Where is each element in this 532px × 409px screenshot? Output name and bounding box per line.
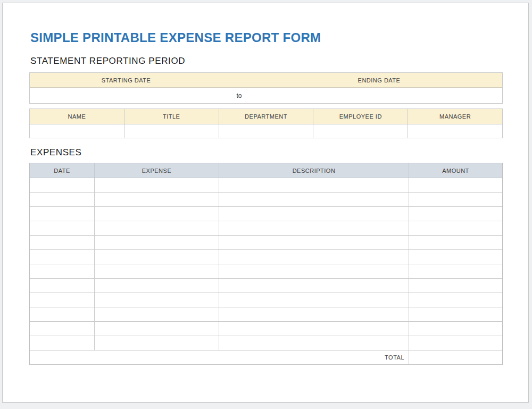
expense-cell-date[interactable] (30, 178, 95, 192)
employee-info-value-row (30, 124, 502, 138)
name-field[interactable] (30, 124, 124, 138)
ending-date-field[interactable] (256, 88, 502, 103)
expense-cell-date[interactable] (30, 336, 95, 350)
expense-cell-description[interactable] (219, 207, 409, 221)
expense-row (30, 221, 502, 236)
column-header-amount: AMOUNT (409, 163, 502, 178)
column-header-description: DESCRIPTION (219, 163, 409, 178)
column-header-manager: MANAGER (408, 109, 502, 124)
column-header-department: DEPARTMENT (219, 109, 314, 124)
expense-cell-amount[interactable] (409, 193, 502, 206)
expense-cell-expense[interactable] (95, 207, 219, 221)
expense-row (30, 293, 502, 307)
expense-row (30, 307, 502, 322)
expenses-total-row: TOTAL (30, 350, 502, 364)
document-canvas: SIMPLE PRINTABLE EXPENSE REPORT FORM STA… (0, 0, 532, 409)
expense-cell-description[interactable] (219, 178, 409, 192)
expense-cell-description[interactable] (219, 307, 409, 321)
expense-cell-expense[interactable] (95, 279, 219, 293)
expense-cell-date[interactable] (30, 293, 95, 307)
title-field[interactable] (124, 124, 219, 138)
expense-cell-description[interactable] (219, 293, 409, 307)
manager-field[interactable] (408, 124, 502, 138)
expense-cell-expense[interactable] (95, 178, 219, 192)
expense-cell-date[interactable] (30, 264, 95, 278)
expense-cell-expense[interactable] (95, 250, 219, 264)
expense-row (30, 207, 502, 221)
reporting-period-table: STARTING DATE ENDING DATE to (29, 72, 503, 104)
expense-cell-description[interactable] (219, 279, 409, 293)
expense-cell-description[interactable] (219, 264, 409, 278)
expense-cell-expense[interactable] (95, 322, 219, 336)
expense-cell-expense[interactable] (95, 221, 219, 235)
expense-row (30, 322, 502, 336)
total-amount-field[interactable] (409, 350, 502, 364)
expense-cell-date[interactable] (30, 279, 95, 293)
expense-cell-date[interactable] (30, 307, 95, 321)
expense-cell-amount[interactable] (409, 307, 502, 321)
expense-row (30, 336, 502, 350)
expense-row (30, 178, 502, 193)
expense-cell-expense[interactable] (95, 293, 219, 307)
section-heading-reporting-period: STATEMENT REPORTING PERIOD (30, 56, 185, 66)
expense-cell-date[interactable] (30, 236, 95, 249)
expenses-header-row: DATE EXPENSE DESCRIPTION AMOUNT (30, 163, 502, 178)
expense-cell-amount[interactable] (409, 207, 502, 221)
to-separator-label: to (222, 88, 256, 103)
expense-cell-expense[interactable] (95, 336, 219, 350)
section-heading-expenses: EXPENSES (30, 147, 81, 158)
document-page: SIMPLE PRINTABLE EXPENSE REPORT FORM STA… (2, 3, 529, 403)
expense-cell-date[interactable] (30, 250, 95, 264)
header-spacer-cell (222, 73, 256, 87)
expense-cell-amount[interactable] (409, 250, 502, 264)
expense-cell-amount[interactable] (409, 236, 502, 249)
total-label: TOTAL (30, 350, 409, 364)
expense-rows (30, 178, 502, 350)
expense-cell-amount[interactable] (409, 264, 502, 278)
column-header-ending-date: ENDING DATE (256, 73, 502, 87)
column-header-starting-date: STARTING DATE (30, 73, 222, 87)
reporting-period-value-row: to (30, 88, 502, 103)
expense-cell-amount[interactable] (409, 322, 502, 336)
expense-cell-description[interactable] (219, 193, 409, 206)
expense-row (30, 193, 502, 207)
expense-cell-date[interactable] (30, 322, 95, 336)
expense-cell-amount[interactable] (409, 221, 502, 235)
expense-cell-description[interactable] (219, 236, 409, 249)
column-header-date: DATE (30, 163, 95, 178)
column-header-title: TITLE (124, 109, 219, 124)
expense-cell-expense[interactable] (95, 264, 219, 278)
expense-cell-expense[interactable] (95, 307, 219, 321)
expense-cell-date[interactable] (30, 221, 95, 235)
expense-cell-description[interactable] (219, 322, 409, 336)
employee-info-table: NAME TITLE DEPARTMENT EMPLOYEE ID MANAGE… (29, 108, 503, 138)
expense-row (30, 236, 502, 250)
column-header-expense: EXPENSE (95, 163, 219, 178)
expense-cell-amount[interactable] (409, 336, 502, 350)
employee-info-header-row: NAME TITLE DEPARTMENT EMPLOYEE ID MANAGE… (30, 109, 502, 124)
expense-cell-description[interactable] (219, 336, 409, 350)
expense-row (30, 264, 502, 279)
department-field[interactable] (219, 124, 314, 138)
column-header-employee-id: EMPLOYEE ID (313, 109, 408, 124)
expense-cell-amount[interactable] (409, 178, 502, 192)
expenses-table: DATE EXPENSE DESCRIPTION AMOUNT TOTAL (29, 163, 503, 365)
expense-cell-expense[interactable] (95, 236, 219, 249)
reporting-period-header-row: STARTING DATE ENDING DATE (30, 73, 502, 88)
expense-cell-amount[interactable] (409, 293, 502, 307)
column-header-name: NAME (30, 109, 124, 124)
expense-cell-amount[interactable] (409, 279, 502, 293)
expense-cell-expense[interactable] (95, 193, 219, 206)
employee-id-field[interactable] (313, 124, 408, 138)
expense-cell-description[interactable] (219, 221, 409, 235)
expense-cell-date[interactable] (30, 207, 95, 221)
expense-row (30, 279, 502, 293)
expense-cell-date[interactable] (30, 193, 95, 206)
expense-row (30, 250, 502, 264)
page-title: SIMPLE PRINTABLE EXPENSE REPORT FORM (30, 30, 321, 45)
expense-cell-description[interactable] (219, 250, 409, 264)
starting-date-field[interactable] (30, 88, 222, 103)
